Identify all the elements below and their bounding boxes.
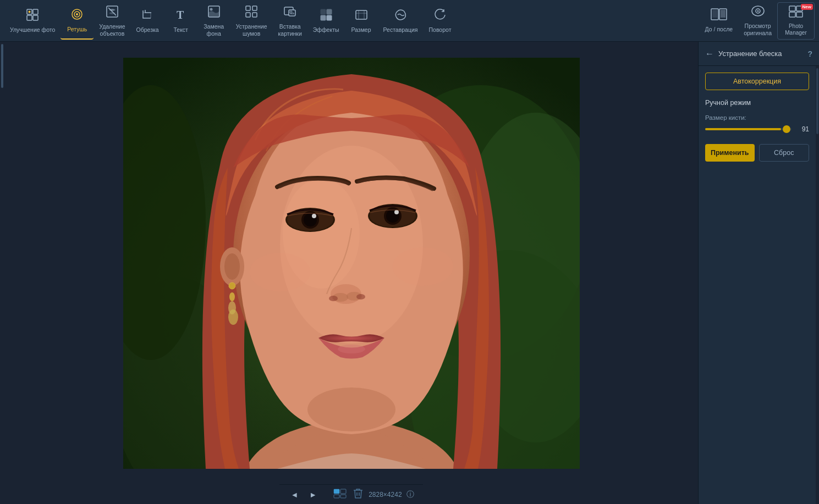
crop-icon xyxy=(140,8,155,24)
svg-point-68 xyxy=(250,253,310,291)
crop-label: Обрезка xyxy=(136,26,159,34)
restoration-label: Реставрация xyxy=(383,26,418,34)
toolbar-replace-bg[interactable]: Заменафона xyxy=(197,2,230,40)
svg-point-7 xyxy=(76,13,78,15)
restoration-icon xyxy=(393,8,408,24)
panel-back-button[interactable]: ← xyxy=(705,49,714,59)
svg-rect-16 xyxy=(252,6,257,10)
delete-icon[interactable] xyxy=(352,487,364,502)
autocorrect-button[interactable]: Автокоррекция xyxy=(705,73,809,90)
toolbar-insert-image[interactable]: Вставкакартинки xyxy=(273,2,307,40)
remove-objects-label: Удалениеобъектов xyxy=(99,23,125,37)
svg-point-14 xyxy=(210,8,212,10)
panel-scroll-thumb xyxy=(816,68,818,134)
new-badge: New xyxy=(801,4,813,10)
slider-thumb[interactable] xyxy=(783,125,790,133)
effects-icon xyxy=(319,8,333,24)
view-original-label: Просмотроригинала xyxy=(744,23,772,36)
bottom-info: 2828×4242 ⓘ xyxy=(332,487,414,502)
toolbar-restoration[interactable]: Реставрация xyxy=(378,2,424,40)
svg-point-67 xyxy=(307,387,395,431)
svg-rect-3 xyxy=(33,15,38,20)
svg-point-73 xyxy=(229,292,235,301)
svg-point-64 xyxy=(329,296,338,301)
reset-button[interactable]: Сброс xyxy=(759,144,810,162)
retouch-icon xyxy=(70,7,84,24)
svg-rect-15 xyxy=(246,6,250,10)
toolbar-effects[interactable]: Эффекты xyxy=(307,2,345,40)
svg-rect-78 xyxy=(334,495,339,498)
svg-rect-77 xyxy=(340,489,346,494)
image-dimensions: 2828×4242 xyxy=(369,491,402,499)
enhance-icon xyxy=(25,8,40,24)
photo-manager-button[interactable]: New PhotoManager xyxy=(777,2,815,40)
text-icon: T xyxy=(174,8,188,24)
denoise-icon xyxy=(244,4,259,21)
manual-mode-label: Ручной режим xyxy=(705,99,809,107)
bottom-bar: ◄ ► xyxy=(279,484,422,504)
svg-point-4 xyxy=(29,11,31,13)
slider-fill xyxy=(705,128,781,130)
apply-button[interactable]: Применить xyxy=(705,144,755,162)
next-button[interactable]: ► xyxy=(307,489,319,500)
toolbar-enhance[interactable]: Улучшение фото xyxy=(4,2,61,40)
panel-title: Устранение блеска xyxy=(718,49,803,58)
portrait-image xyxy=(123,58,580,469)
svg-point-72 xyxy=(229,283,235,289)
svg-point-75 xyxy=(228,309,238,325)
right-panel: ← Устранение блеска ? Автокоррекция Ручн… xyxy=(698,42,819,504)
denoise-label: Устранениешумов xyxy=(236,23,267,37)
svg-rect-40 xyxy=(796,12,802,17)
svg-point-36 xyxy=(757,10,758,12)
toolbar-remove-objects[interactable]: Удалениеобъектов xyxy=(94,2,130,40)
before-after-icon xyxy=(711,8,727,24)
view-original-icon xyxy=(751,5,765,20)
text-label: Текст xyxy=(173,26,188,34)
svg-rect-39 xyxy=(789,12,795,17)
info-icon[interactable]: ⓘ xyxy=(406,490,414,500)
svg-rect-33 xyxy=(721,10,725,18)
svg-rect-37 xyxy=(789,6,795,11)
toolbar-retouch[interactable]: Ретушь xyxy=(61,2,94,40)
svg-rect-17 xyxy=(246,13,250,17)
left-scrollbar[interactable] xyxy=(0,42,4,504)
before-after-label: До / после xyxy=(705,26,733,33)
svg-point-60 xyxy=(394,210,399,214)
retouch-label: Ретушь xyxy=(67,26,87,33)
insert-image-label: Вставкакартинки xyxy=(278,23,302,37)
toolbar-resize[interactable]: Размер xyxy=(345,2,378,40)
panel-help-button[interactable]: ? xyxy=(807,49,812,58)
toolbar-denoise[interactable]: Устранениешумов xyxy=(230,2,273,40)
svg-point-66 xyxy=(338,345,365,353)
panel-actions: Применить Сброс xyxy=(705,144,809,162)
prev-button[interactable]: ◄ xyxy=(288,489,300,500)
toolbar-crop[interactable]: Обрезка xyxy=(131,2,164,40)
photo-container[interactable] xyxy=(7,42,696,484)
svg-rect-24 xyxy=(321,15,326,20)
effects-label: Эффекты xyxy=(313,26,339,34)
brush-size-slider-row: 91 xyxy=(705,125,809,133)
enhance-label: Улучшение фото xyxy=(10,26,55,34)
svg-text:T: T xyxy=(177,9,184,21)
panel-header: ← Устранение блеска ? xyxy=(699,42,819,66)
svg-rect-76 xyxy=(334,489,339,494)
resize-label: Размер xyxy=(351,26,371,34)
brush-size-slider[interactable] xyxy=(705,128,791,130)
rotate-label: Поворот xyxy=(429,26,452,34)
svg-rect-18 xyxy=(252,13,257,17)
toolbar-text[interactable]: T Текст xyxy=(164,2,197,40)
svg-rect-32 xyxy=(712,10,717,18)
remove-objects-icon xyxy=(105,4,119,21)
toolbar-view-original[interactable]: Просмотроригинала xyxy=(738,2,777,40)
svg-rect-2 xyxy=(27,15,32,20)
svg-point-69 xyxy=(393,247,453,286)
svg-rect-79 xyxy=(340,495,346,498)
panel-scrollbar[interactable] xyxy=(816,66,819,504)
resize-icon xyxy=(354,8,369,24)
toolbar-before-after[interactable]: До / после xyxy=(700,2,739,40)
image-view-icon[interactable] xyxy=(332,488,348,502)
svg-rect-23 xyxy=(327,9,332,14)
rotate-icon xyxy=(433,8,447,24)
toolbar-rotate[interactable]: Поворот xyxy=(424,2,457,40)
svg-rect-26 xyxy=(356,10,367,19)
